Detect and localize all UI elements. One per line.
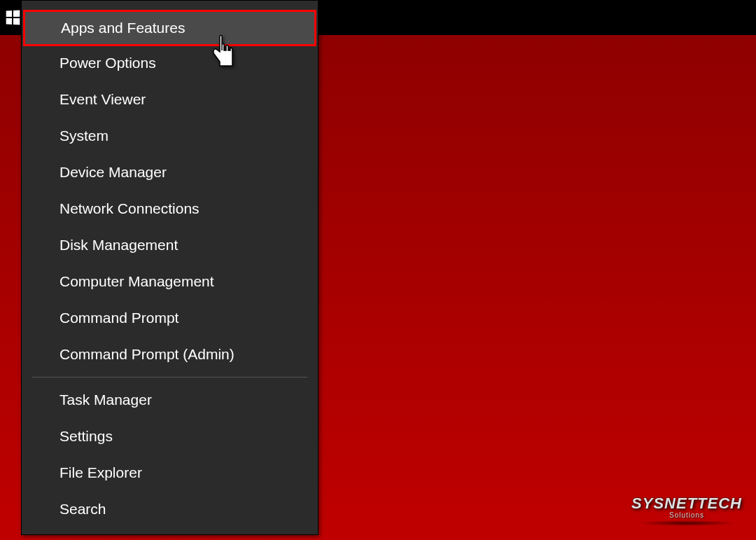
menu-item-label: Apps and Features	[61, 20, 185, 36]
watermark-main-text: SYSNETTECH	[631, 494, 742, 513]
start-button[interactable]	[0, 0, 21, 35]
hand-cursor-icon	[211, 34, 238, 71]
menu-divider	[32, 377, 307, 378]
menu-item-network-connections[interactable]: Network Connections	[22, 191, 318, 227]
menu-item-label: File Explorer	[59, 464, 142, 480]
menu-item-label: Command Prompt (Admin)	[59, 346, 234, 362]
menu-item-label: System	[59, 127, 108, 144]
watermark-shadow	[638, 520, 736, 526]
menu-item-search[interactable]: Search	[22, 491, 318, 527]
winx-context-menu: Apps and Features Power Options Event Vi…	[21, 0, 318, 535]
menu-item-label: Event Viewer	[59, 91, 146, 107]
menu-item-device-manager[interactable]: Device Manager	[22, 154, 318, 191]
menu-item-label: Network Connections	[59, 200, 200, 216]
menu-item-disk-management[interactable]: Disk Management	[22, 227, 318, 263]
menu-item-command-prompt-admin[interactable]: Command Prompt (Admin)	[22, 336, 318, 373]
menu-item-label: Command Prompt	[59, 310, 178, 326]
menu-item-apps-features[interactable]: Apps and Features	[23, 10, 316, 46]
menu-item-computer-management[interactable]: Computer Management	[22, 263, 318, 300]
menu-item-label: Device Manager	[59, 164, 167, 180]
menu-item-task-manager[interactable]: Task Manager	[22, 382, 318, 418]
menu-item-event-viewer[interactable]: Event Viewer	[22, 81, 318, 118]
menu-item-system[interactable]: System	[22, 118, 318, 154]
menu-item-settings[interactable]: Settings	[22, 418, 318, 455]
menu-item-file-explorer[interactable]: File Explorer	[22, 455, 318, 491]
menu-item-label: Task Manager	[59, 392, 152, 408]
menu-item-label: Disk Management	[59, 237, 178, 253]
windows-logo-icon	[6, 10, 20, 25]
watermark-logo: SYSNETTECH Solutions	[631, 494, 742, 526]
menu-item-label: Settings	[59, 428, 113, 444]
menu-item-label: Search	[59, 501, 106, 517]
menu-item-label: Computer Management	[59, 273, 214, 289]
menu-item-power-options[interactable]: Power Options	[22, 45, 318, 81]
menu-item-command-prompt[interactable]: Command Prompt	[22, 300, 318, 336]
menu-item-label: Power Options	[59, 55, 156, 71]
